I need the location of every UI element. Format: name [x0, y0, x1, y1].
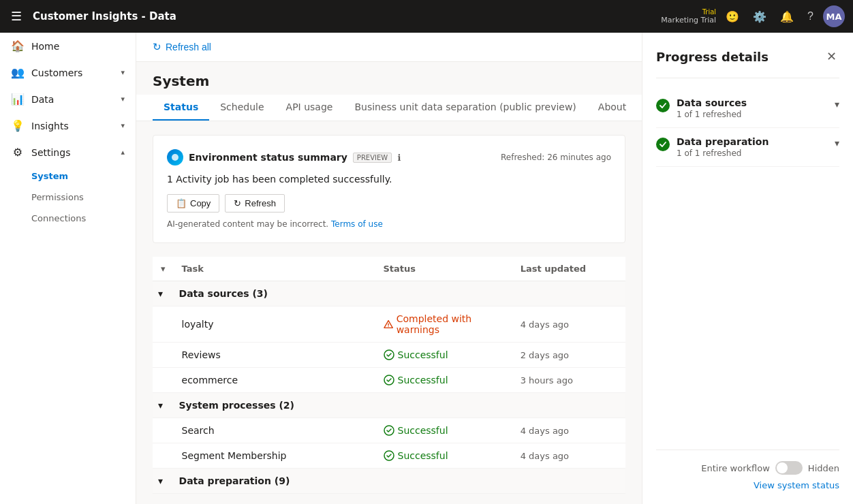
sidebar-label-settings: Settings	[31, 147, 70, 158]
workflow-label: Entire workflow	[701, 463, 770, 473]
progress-item-expand[interactable]: ▾	[835, 138, 839, 148]
status-success: Successful	[384, 425, 504, 436]
refresh-button[interactable]: ↻ Refresh	[225, 194, 285, 212]
task-group-row[interactable]: ▾ System processes (2)	[153, 393, 625, 418]
status-card-title: Environment status summary	[189, 152, 347, 163]
sidebar-item-insights[interactable]: 💡 Insights ▾	[0, 112, 136, 139]
task-status: Successful	[375, 418, 512, 443]
task-status: Completed with warnings	[375, 306, 512, 343]
progress-panel-header: Progress details ✕	[656, 46, 839, 67]
col-header-updated: Last updated	[512, 257, 625, 281]
copy-button[interactable]: 📋 Copy	[167, 194, 219, 212]
task-table: ▾ Task Status Last updated ▾ Data source…	[153, 257, 625, 494]
settings-icon: ⚙️	[11, 146, 25, 159]
copy-icon: 📋	[176, 198, 187, 208]
tab-general[interactable]: General	[637, 95, 642, 121]
bell-button[interactable]: 🔔	[776, 7, 798, 26]
group-name: System processes (2)	[174, 393, 625, 418]
sidebar-item-connections[interactable]: Connections	[31, 208, 136, 229]
refresh-small-icon: ↻	[234, 198, 241, 208]
refresh-all-button[interactable]: ↻ Refresh all	[153, 41, 211, 53]
col-header-task: Task	[174, 257, 375, 281]
row-indent	[153, 443, 174, 469]
group-name: Data preparation (9)	[174, 469, 625, 494]
collapse-all-header[interactable]: ▾	[153, 257, 174, 281]
svg-point-0	[172, 154, 179, 161]
emoji-button[interactable]: 🙂	[722, 7, 743, 26]
card-actions: 📋 Copy ↻ Refresh	[167, 194, 611, 212]
task-name: Reviews	[174, 343, 375, 368]
tab-schedule[interactable]: Schedule	[209, 95, 275, 121]
task-updated: 3 hours ago	[512, 368, 625, 393]
refreshed-text: Refreshed: 26 minutes ago	[501, 153, 611, 162]
sidebar-item-customers[interactable]: 👥 Customers ▾	[0, 59, 136, 86]
info-icon[interactable]: ℹ	[397, 153, 401, 163]
check-circle-green-icon	[656, 138, 670, 151]
sidebar-item-permissions[interactable]: Permissions	[31, 187, 136, 208]
sidebar-sub-label-permissions: Permissions	[31, 192, 84, 202]
sidebar-item-home[interactable]: 🏠 Home	[0, 33, 136, 59]
chevron-up-icon: ▴	[121, 148, 125, 157]
view-system-status-link[interactable]: View system status	[754, 480, 839, 490]
task-name: Segment Membership	[174, 443, 375, 469]
table-row: loyalty Completed with warnings 4 days a…	[153, 306, 625, 343]
task-status: Successful	[375, 368, 512, 393]
environment-icon	[167, 149, 183, 166]
progress-footer: Entire workflow Hidden View system statu…	[656, 450, 839, 490]
progress-panel-title: Progress details	[656, 50, 824, 64]
insights-icon: 💡	[11, 119, 25, 132]
sidebar-sub-label-system: System	[31, 171, 68, 181]
task-name: Search	[174, 418, 375, 443]
sidebar-label-insights: Insights	[31, 121, 69, 131]
hidden-label: Hidden	[808, 463, 839, 473]
status-card-header: Environment status summary PREVIEW ℹ Ref…	[167, 149, 611, 166]
close-progress-button[interactable]: ✕	[824, 46, 839, 67]
warning-icon	[384, 319, 393, 330]
group-name: Data sources (3)	[174, 281, 625, 306]
group-chevron[interactable]: ▾	[153, 393, 174, 418]
progress-item-sub: 1 of 1 refreshed	[677, 110, 828, 119]
sidebar-item-settings[interactable]: ⚙️ Settings ▴	[0, 139, 136, 166]
hamburger-button[interactable]: ☰	[8, 6, 25, 27]
progress-item-info: Data sources 1 of 1 refreshed	[677, 97, 828, 119]
ai-disclaimer: AI-generated content may be incorrect. T…	[167, 219, 611, 229]
toggle-slider	[775, 461, 803, 475]
status-warning: Completed with warnings	[384, 313, 504, 335]
progress-item-expand[interactable]: ▾	[835, 99, 839, 110]
avatar[interactable]: MA	[823, 5, 845, 27]
progress-divider	[656, 78, 839, 78]
sidebar-sub-settings: System Permissions Connections	[0, 166, 136, 229]
progress-item-sub: 1 of 1 refreshed	[677, 148, 828, 158]
tab-about[interactable]: About	[587, 95, 637, 121]
help-button[interactable]: ?	[803, 7, 818, 25]
sidebar-sub-label-connections: Connections	[31, 213, 86, 223]
sidebar-item-system[interactable]: System	[31, 166, 136, 187]
sidebar-item-data[interactable]: 📊 Data ▾	[0, 86, 136, 112]
settings-icon-button[interactable]: ⚙️	[749, 7, 771, 26]
entire-workflow-toggle[interactable]	[775, 461, 803, 475]
row-indent	[153, 343, 174, 368]
app-body: 🏠 Home 👥 Customers ▾ 📊 Data ▾ 💡 Insights…	[0, 33, 853, 504]
check-circle-icon	[384, 375, 394, 385]
row-indent	[153, 368, 174, 393]
tab-status[interactable]: Status	[153, 95, 209, 121]
task-name: loyalty	[174, 306, 375, 343]
group-chevron[interactable]: ▾	[153, 469, 174, 494]
main-content: ↻ Refresh all System Status Schedule API…	[136, 33, 642, 504]
refresh-bar: ↻ Refresh all	[136, 33, 642, 62]
tab-api-usage[interactable]: API usage	[275, 95, 344, 121]
status-card: Environment status summary PREVIEW ℹ Ref…	[153, 135, 625, 243]
sidebar-label-home: Home	[31, 41, 59, 52]
topbar-right: Trial Marketing Trial 🙂 ⚙️ 🔔 ? MA	[661, 5, 845, 27]
task-group-row[interactable]: ▾ Data preparation (9)	[153, 469, 625, 494]
tab-business-unit[interactable]: Business unit data separation (public pr…	[343, 95, 587, 121]
data-icon: 📊	[11, 93, 25, 106]
check-circle-icon	[384, 450, 394, 461]
table-row: ecommerce Successful 3 hours ago	[153, 368, 625, 393]
row-indent	[153, 306, 174, 343]
group-chevron[interactable]: ▾	[153, 281, 174, 306]
task-group-row[interactable]: ▾ Data sources (3)	[153, 281, 625, 306]
sidebar: 🏠 Home 👥 Customers ▾ 📊 Data ▾ 💡 Insights…	[0, 33, 136, 504]
terms-of-use-link[interactable]: Terms of use	[331, 219, 383, 229]
section-title: System	[153, 73, 625, 89]
